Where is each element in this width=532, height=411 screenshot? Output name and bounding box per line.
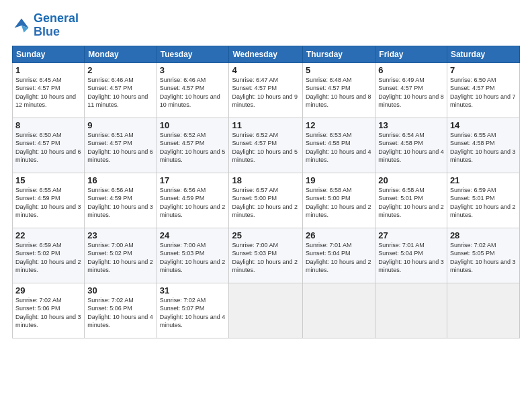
day-info: Sunrise: 6:46 AMSunset: 4:57 PMDaylight:… [87,76,153,109]
calendar-cell [303,283,375,338]
day-info: Sunrise: 6:48 AMSunset: 4:57 PMDaylight:… [306,76,372,109]
calendar-cell [447,283,519,338]
calendar-week-row: 22 Sunrise: 6:59 AMSunset: 5:02 PMDaylig… [13,228,520,283]
day-info: Sunrise: 7:00 AMSunset: 5:02 PMDaylight:… [87,241,153,275]
logo: General Blue [12,12,79,39]
day-info: Sunrise: 7:02 AMSunset: 5:06 PMDaylight:… [87,296,153,330]
weekday-header: Sunday [13,46,85,62]
day-number: 29 [15,285,81,295]
day-info: Sunrise: 7:02 AMSunset: 5:05 PMDaylight:… [450,241,517,275]
day-number: 30 [87,285,153,295]
day-number: 31 [160,285,226,295]
calendar-cell: 22 Sunrise: 6:59 AMSunset: 5:02 PMDaylig… [13,228,85,283]
calendar-cell: 28 Sunrise: 7:02 AMSunset: 5:05 PMDaylig… [447,228,519,283]
weekday-header: Tuesday [157,46,229,62]
day-number: 15 [15,175,81,185]
calendar-cell: 9 Sunrise: 6:51 AMSunset: 4:57 PMDayligh… [85,118,157,173]
calendar-cell: 4 Sunrise: 6:47 AMSunset: 4:57 PMDayligh… [229,62,303,118]
calendar-cell: 21 Sunrise: 6:59 AMSunset: 5:01 PMDaylig… [447,173,519,228]
day-number: 12 [306,120,372,130]
day-info: Sunrise: 6:49 AMSunset: 4:57 PMDaylight:… [378,76,444,109]
day-number: 21 [450,175,517,185]
calendar-cell: 18 Sunrise: 6:57 AMSunset: 5:00 PMDaylig… [229,173,303,228]
day-info: Sunrise: 7:00 AMSunset: 5:03 PMDaylight:… [160,241,226,275]
day-info: Sunrise: 6:52 AMSunset: 4:57 PMDaylight:… [160,131,226,165]
calendar-cell: 2 Sunrise: 6:46 AMSunset: 4:57 PMDayligh… [85,62,157,118]
day-info: Sunrise: 7:02 AMSunset: 5:06 PMDaylight:… [15,296,81,330]
day-number: 25 [232,230,300,240]
day-info: Sunrise: 6:55 AMSunset: 4:59 PMDaylight:… [15,186,81,220]
calendar-cell: 13 Sunrise: 6:54 AMSunset: 4:58 PMDaylig… [375,118,447,173]
day-number: 22 [15,230,81,240]
day-number: 9 [87,120,153,130]
weekday-header: Saturday [447,46,519,62]
day-info: Sunrise: 7:01 AMSunset: 5:04 PMDaylight:… [378,241,444,275]
calendar-cell: 17 Sunrise: 6:56 AMSunset: 4:59 PMDaylig… [157,173,229,228]
day-info: Sunrise: 6:46 AMSunset: 4:57 PMDaylight:… [160,76,226,109]
day-number: 18 [232,175,300,185]
page-container: General Blue SundayMondayTuesdayWednesda… [0,0,532,411]
calendar-week-row: 15 Sunrise: 6:55 AMSunset: 4:59 PMDaylig… [13,173,520,228]
day-number: 3 [160,65,226,75]
calendar-cell [229,283,303,338]
calendar-cell: 3 Sunrise: 6:46 AMSunset: 4:57 PMDayligh… [157,62,229,118]
day-number: 16 [87,175,153,185]
day-info: Sunrise: 6:54 AMSunset: 4:58 PMDaylight:… [378,131,444,165]
day-info: Sunrise: 7:00 AMSunset: 5:03 PMDaylight:… [232,241,300,275]
calendar-cell: 26 Sunrise: 7:01 AMSunset: 5:04 PMDaylig… [303,228,375,283]
calendar-cell: 19 Sunrise: 6:58 AMSunset: 5:00 PMDaylig… [303,173,375,228]
header: General Blue [12,12,520,39]
calendar-cell: 25 Sunrise: 7:00 AMSunset: 5:03 PMDaylig… [229,228,303,283]
calendar-cell: 30 Sunrise: 7:02 AMSunset: 5:06 PMDaylig… [85,283,157,338]
day-number: 27 [378,230,444,240]
day-number: 1 [15,65,81,75]
calendar-table: SundayMondayTuesdayWednesdayThursdayFrid… [12,46,520,338]
weekday-header: Thursday [303,46,375,62]
day-info: Sunrise: 7:02 AMSunset: 5:07 PMDaylight:… [160,296,226,330]
day-info: Sunrise: 6:45 AMSunset: 4:57 PMDaylight:… [15,76,81,109]
calendar-cell: 15 Sunrise: 6:55 AMSunset: 4:59 PMDaylig… [13,173,85,228]
day-info: Sunrise: 6:51 AMSunset: 4:57 PMDaylight:… [87,131,153,165]
calendar-cell: 14 Sunrise: 6:55 AMSunset: 4:58 PMDaylig… [447,118,519,173]
logo-text: General Blue [34,12,79,39]
day-number: 26 [306,230,372,240]
day-info: Sunrise: 6:58 AMSunset: 5:00 PMDaylight:… [306,186,372,220]
day-info: Sunrise: 6:52 AMSunset: 4:57 PMDaylight:… [232,131,300,165]
calendar-cell: 11 Sunrise: 6:52 AMSunset: 4:57 PMDaylig… [229,118,303,173]
calendar-cell: 7 Sunrise: 6:50 AMSunset: 4:57 PMDayligh… [447,62,519,118]
day-number: 11 [232,120,300,130]
day-info: Sunrise: 6:53 AMSunset: 4:58 PMDaylight:… [306,131,372,165]
calendar-cell: 27 Sunrise: 7:01 AMSunset: 5:04 PMDaylig… [375,228,447,283]
calendar-cell: 31 Sunrise: 7:02 AMSunset: 5:07 PMDaylig… [157,283,229,338]
calendar-cell: 6 Sunrise: 6:49 AMSunset: 4:57 PMDayligh… [375,62,447,118]
day-info: Sunrise: 6:56 AMSunset: 4:59 PMDaylight:… [87,186,153,220]
day-number: 17 [160,175,226,185]
calendar-week-row: 8 Sunrise: 6:50 AMSunset: 4:57 PMDayligh… [13,118,520,173]
calendar-cell: 29 Sunrise: 7:02 AMSunset: 5:06 PMDaylig… [13,283,85,338]
calendar-week-row: 29 Sunrise: 7:02 AMSunset: 5:06 PMDaylig… [13,283,520,338]
day-number: 24 [160,230,226,240]
calendar-week-row: 1 Sunrise: 6:45 AMSunset: 4:57 PMDayligh… [13,62,520,118]
day-number: 10 [160,120,226,130]
calendar-cell: 8 Sunrise: 6:50 AMSunset: 4:57 PMDayligh… [13,118,85,173]
day-number: 14 [450,120,517,130]
day-info: Sunrise: 6:56 AMSunset: 4:59 PMDaylight:… [160,186,226,220]
calendar-cell: 1 Sunrise: 6:45 AMSunset: 4:57 PMDayligh… [13,62,85,118]
day-info: Sunrise: 7:01 AMSunset: 5:04 PMDaylight:… [306,241,372,275]
calendar-cell: 24 Sunrise: 7:00 AMSunset: 5:03 PMDaylig… [157,228,229,283]
day-number: 28 [450,230,517,240]
calendar-cell: 12 Sunrise: 6:53 AMSunset: 4:58 PMDaylig… [303,118,375,173]
svg-marker-0 [15,18,29,28]
calendar-cell: 16 Sunrise: 6:56 AMSunset: 4:59 PMDaylig… [85,173,157,228]
day-number: 5 [306,65,372,75]
day-info: Sunrise: 6:47 AMSunset: 4:57 PMDaylight:… [232,76,300,109]
day-info: Sunrise: 6:58 AMSunset: 5:01 PMDaylight:… [378,186,444,220]
calendar-cell: 20 Sunrise: 6:58 AMSunset: 5:01 PMDaylig… [375,173,447,228]
weekday-header-row: SundayMondayTuesdayWednesdayThursdayFrid… [13,46,520,62]
calendar-cell: 23 Sunrise: 7:00 AMSunset: 5:02 PMDaylig… [85,228,157,283]
weekday-header: Friday [375,46,447,62]
calendar-cell: 5 Sunrise: 6:48 AMSunset: 4:57 PMDayligh… [303,62,375,118]
day-number: 19 [306,175,372,185]
day-info: Sunrise: 6:50 AMSunset: 4:57 PMDaylight:… [450,76,517,109]
day-info: Sunrise: 6:59 AMSunset: 5:02 PMDaylight:… [15,241,81,275]
